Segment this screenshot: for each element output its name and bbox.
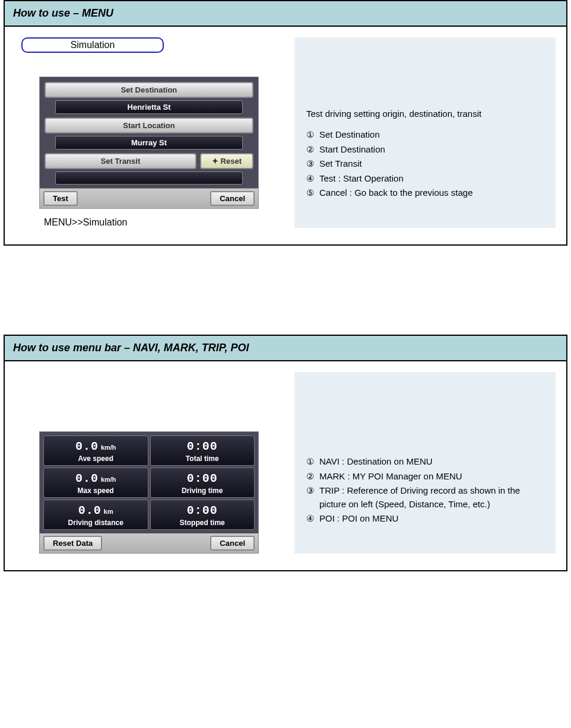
list-item: ②MARK : MY POI Manager on MENU [306,470,544,484]
reset-data-button[interactable]: Reset Data [43,536,102,551]
section-body: Simulation Set Destination Henrietta St … [5,27,566,244]
section-body: 0.0km/h Ave speed 0:00 Total time 0.0km/… [5,361,566,570]
numbered-list: ①NAVI : Destination on MENU ②MARK : MY P… [306,455,544,527]
left-column: 0.0km/h Ave speed 0:00 Total time 0.0km/… [15,372,277,554]
set-destination-button[interactable]: Set Destination [45,82,253,98]
item-text: Set Destination [319,128,380,142]
list-item: ①NAVI : Destination on MENU [306,455,544,469]
cancel-button[interactable]: Cancel [210,536,255,551]
trip-cell-total-time: 0:00 Total time [150,435,255,466]
numbered-list: ①Set Destination ②Start Destination ③Set… [306,128,544,201]
list-item: ②Start Destination [306,143,544,157]
circled-num-icon: ③ [306,484,319,498]
list-item: ③TRIP : Reference of Driving record as s… [306,484,544,511]
trip-label: Max speed [46,487,145,495]
section-menubar: How to use menu bar – NAVI, MARK, TRIP, … [4,335,567,571]
item-text: Test : Start Operation [319,172,404,186]
item-text: NAVI : Destination on MENU [319,455,433,469]
reset-button[interactable]: ✦ Reset [200,153,253,169]
trip-label: Ave speed [46,454,145,463]
trip-unit: km [104,508,113,515]
destination-value: Henrietta St [55,100,243,114]
cancel-button[interactable]: Cancel [210,191,255,206]
set-transit-button[interactable]: Set Transit [45,153,196,169]
trip-value: 0.0 [75,472,99,485]
trip-cell-ave-speed: 0.0km/h Ave speed [43,435,148,466]
circled-num-icon: ③ [306,157,319,171]
item-text: Start Destination [319,143,385,157]
trip-value: 0.0 [75,440,99,453]
trip-label: Driving time [153,487,252,495]
trip-cell-driving-time: 0:00 Driving time [150,468,255,498]
trip-cell-stopped-time: 0:00 Stopped time [150,500,255,530]
chip-simulation: Simulation [21,37,164,53]
caption: MENU>>Simulation [44,217,128,228]
description: Test driving setting origin, destination… [306,109,544,119]
circled-num-icon: ① [306,128,319,142]
list-item: ①Set Destination [306,128,544,142]
list-item: ③Set Transit [306,157,544,171]
circled-num-icon: ② [306,470,319,484]
item-text: Set Transit [319,157,362,171]
list-item: ④Test : Start Operation [306,172,544,186]
circled-num-icon: ⑤ [306,186,319,200]
right-column: Test driving setting origin, destination… [294,37,556,228]
item-text: MARK : MY POI Manager on MENU [319,470,462,484]
trip-value: 0:00 [187,504,218,517]
trip-cell-driving-distance: 0.0km Driving distance [43,500,148,530]
circled-num-icon: ② [306,143,319,157]
section-menu-simulation: How to use – MENU Simulation Set Destina… [4,0,567,246]
trip-unit: km/h [101,444,116,451]
trip-value: 0:00 [187,440,218,453]
section-title: How to use – MENU [5,1,566,27]
device-screenshot-trip: 0.0km/h Ave speed 0:00 Total time 0.0km/… [39,431,259,554]
item-text: Cancel : Go back to the previous stage [319,186,472,200]
test-button[interactable]: Test [43,191,78,206]
start-location-button[interactable]: Start Location [45,117,253,133]
section-title: How to use menu bar – NAVI, MARK, TRIP, … [5,336,566,361]
item-text: TRIP : Reference of Driving record as sh… [319,484,544,511]
circled-num-icon: ④ [306,512,319,526]
trip-value: 0:00 [187,472,218,485]
trip-label: Driving distance [46,519,145,527]
start-location-value: Murray St [55,136,243,150]
item-text: POI : POI on MENU [319,512,398,526]
transit-value [55,171,243,185]
device-screenshot-simulation: Set Destination Henrietta St Start Locat… [39,77,259,209]
list-item: ⑤Cancel : Go back to the previous stage [306,186,544,200]
trip-label: Stopped time [153,519,252,527]
circled-num-icon: ① [306,455,319,469]
list-item: ④POI : POI on MENU [306,512,544,526]
trip-value: 0.0 [78,504,101,517]
trip-label: Total time [153,454,252,463]
right-column: ①NAVI : Destination on MENU ②MARK : MY P… [294,372,556,554]
left-column: Simulation Set Destination Henrietta St … [15,37,277,228]
trip-unit: km/h [101,476,116,483]
trip-cell-max-speed: 0.0km/h Max speed [43,468,148,498]
circled-num-icon: ④ [306,172,319,186]
